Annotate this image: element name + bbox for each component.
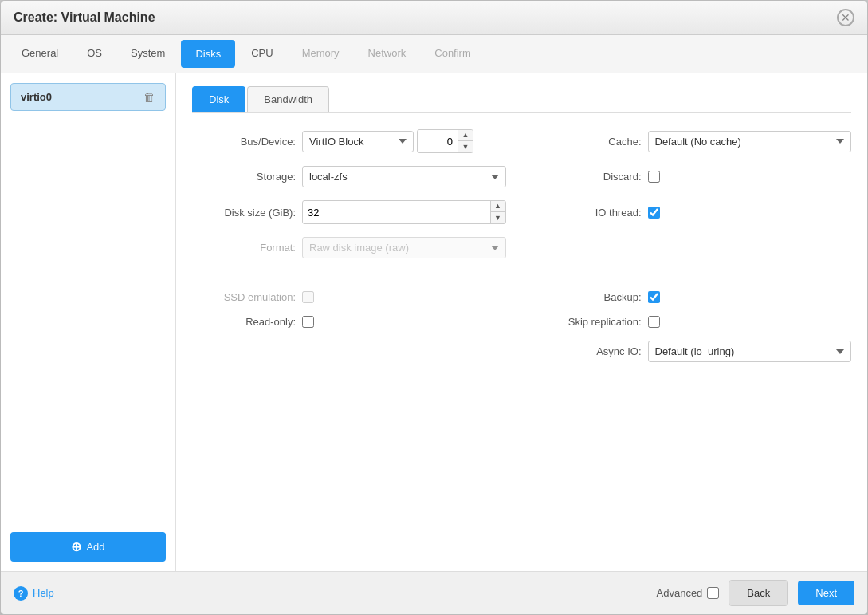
format-group: Format: Raw disk image (raw) — [192, 237, 506, 258]
delete-disk-icon[interactable]: 🗑 — [143, 90, 155, 104]
footer-bar: ? Help Advanced Back Next — [1, 571, 867, 614]
skip-replication-group: Skip replication: — [538, 316, 852, 328]
content-area: virtio0 🗑 ⊕ Add Disk Bandwidth Bus/Devic… — [1, 73, 867, 571]
disk-size-spinner: ▲ ▼ — [302, 200, 506, 224]
io-thread-label: IO thread: — [538, 207, 642, 219]
tab-cpu[interactable]: CPU — [237, 35, 287, 73]
backup-group: Backup: — [538, 291, 852, 303]
read-only-group: Read-only: — [192, 316, 506, 328]
sub-tab-disk[interactable]: Disk — [192, 86, 245, 112]
discard-group: Discard: — [538, 166, 852, 187]
io-thread-group: IO thread: — [538, 200, 852, 224]
tabs-bar: General OS System Disks CPU Memory Netwo… — [1, 35, 867, 73]
tab-os[interactable]: OS — [73, 35, 116, 73]
main-panel: Disk Bandwidth Bus/Device: VirtIO Block … — [176, 73, 867, 571]
cache-label: Cache: — [538, 136, 642, 148]
disk-size-spinner-btns: ▲ ▼ — [490, 201, 505, 223]
advanced-text: Advanced — [657, 587, 703, 599]
plus-icon: ⊕ — [71, 539, 81, 554]
skip-replication-checkbox[interactable] — [648, 316, 660, 328]
disk-form: Bus/Device: VirtIO Block IDE SCSI SATA 0… — [192, 129, 851, 375]
async-io-select[interactable]: Default (io_uring) io_uring native threa… — [648, 341, 852, 362]
skip-replication-label: Skip replication: — [538, 316, 642, 328]
skip-replication-checkbox-wrap — [648, 316, 660, 328]
help-label: Help — [33, 587, 54, 599]
form-divider — [192, 278, 851, 278]
device-number-input[interactable]: 0 — [418, 132, 458, 152]
add-label: Add — [86, 541, 104, 553]
backup-checkbox[interactable] — [648, 291, 660, 303]
sub-tabs: Disk Bandwidth — [192, 86, 851, 113]
sub-tab-bandwidth[interactable]: Bandwidth — [247, 86, 329, 112]
storage-group: Storage: local-zfs local — [192, 166, 506, 187]
close-button[interactable]: ✕ — [837, 9, 854, 26]
bus-device-group: Bus/Device: VirtIO Block IDE SCSI SATA 0… — [192, 129, 506, 153]
storage-select[interactable]: local-zfs local — [302, 166, 506, 187]
tab-network: Network — [354, 35, 421, 73]
advanced-label[interactable]: Advanced — [657, 587, 720, 599]
spinner-up-button[interactable]: ▲ — [458, 130, 473, 141]
read-only-label: Read-only: — [192, 316, 296, 328]
dialog-title: Create: Virtual Machine — [14, 10, 155, 25]
ssd-emulation-group: SSD emulation: — [192, 291, 506, 303]
async-io-group: Async IO: Default (io_uring) io_uring na… — [538, 341, 852, 362]
read-only-checkbox[interactable] — [302, 316, 314, 328]
list-item: virtio0 🗑 — [10, 83, 166, 111]
read-only-checkbox-wrap — [302, 316, 314, 328]
advanced-checkbox[interactable] — [707, 587, 719, 599]
ssd-emulation-label: SSD emulation: — [192, 291, 296, 303]
tab-confirm: Confirm — [420, 35, 485, 73]
cache-select[interactable]: Default (No cache) Direct sync Write bac… — [648, 131, 852, 152]
device-number-spinner: 0 ▲ ▼ — [417, 129, 473, 153]
right-empty-1 — [538, 237, 852, 271]
discard-label: Discard: — [538, 171, 642, 183]
tab-system[interactable]: System — [116, 35, 179, 73]
spinner-down-button[interactable]: ▼ — [458, 141, 473, 152]
bus-device-label: Bus/Device: — [192, 136, 296, 148]
left-empty-2 — [192, 341, 506, 375]
ssd-emulation-checkbox-wrap — [302, 291, 314, 303]
disk-size-label: Disk size (GiB): — [192, 207, 296, 219]
tab-disks[interactable]: Disks — [181, 40, 235, 68]
tab-general[interactable]: General — [7, 35, 73, 73]
discard-checkbox[interactable] — [648, 171, 660, 183]
sidebar-spacer — [10, 116, 166, 532]
help-icon: ? — [14, 586, 28, 601]
storage-label: Storage: — [192, 171, 296, 183]
footer-right: Advanced Back Next — [657, 580, 854, 606]
back-button[interactable]: Back — [729, 580, 788, 606]
bus-device-controls: VirtIO Block IDE SCSI SATA 0 ▲ ▼ — [302, 129, 473, 153]
add-disk-button[interactable]: ⊕ Add — [10, 532, 166, 562]
backup-checkbox-wrap — [648, 291, 660, 303]
disk-size-down-button[interactable]: ▼ — [491, 212, 505, 223]
discard-checkbox-wrap — [648, 171, 660, 183]
title-bar: Create: Virtual Machine ✕ — [1, 1, 867, 35]
close-icon: ✕ — [841, 12, 850, 23]
io-thread-checkbox[interactable] — [648, 207, 660, 219]
backup-label: Backup: — [538, 291, 642, 303]
disk-size-group: Disk size (GiB): ▲ ▼ — [192, 200, 506, 224]
format-label: Format: — [192, 242, 296, 254]
disk-size-input[interactable] — [303, 203, 490, 223]
help-button[interactable]: ? Help — [14, 586, 54, 601]
async-io-label: Async IO: — [538, 345, 642, 357]
create-vm-dialog: Create: Virtual Machine ✕ General OS Sys… — [0, 0, 868, 615]
tab-memory: Memory — [288, 35, 354, 73]
next-button[interactable]: Next — [798, 581, 854, 605]
io-thread-checkbox-wrap — [648, 207, 660, 219]
disk-size-up-button[interactable]: ▲ — [491, 201, 505, 212]
sidebar: virtio0 🗑 ⊕ Add — [1, 73, 176, 571]
cache-group: Cache: Default (No cache) Direct sync Wr… — [538, 129, 852, 153]
spinner-buttons: ▲ ▼ — [458, 130, 473, 152]
disk-item-label: virtio0 — [21, 91, 52, 103]
ssd-emulation-checkbox — [302, 291, 314, 303]
format-select: Raw disk image (raw) — [302, 237, 506, 258]
bus-type-select[interactable]: VirtIO Block IDE SCSI SATA — [302, 131, 414, 152]
